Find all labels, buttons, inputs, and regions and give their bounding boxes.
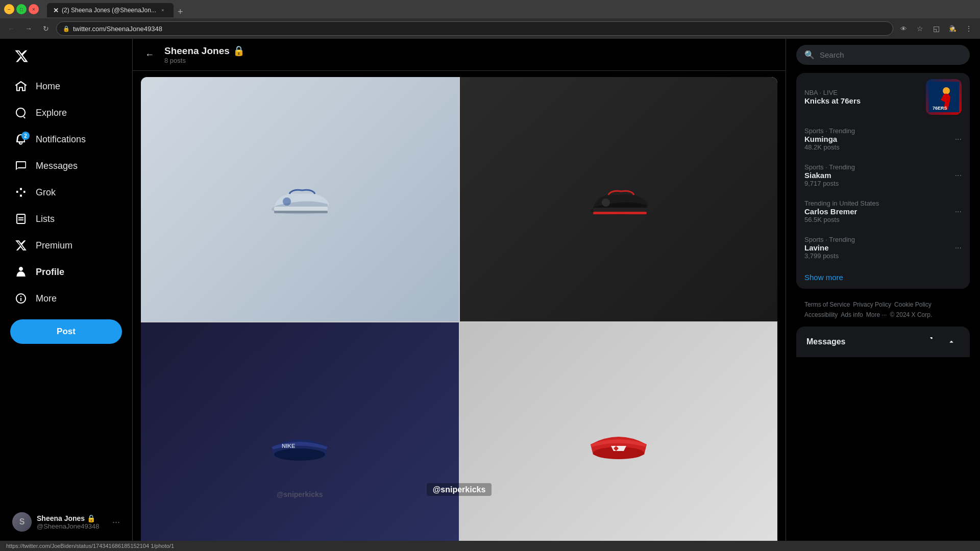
sidebar-item-lists[interactable]: Lists xyxy=(6,206,126,232)
trending-carlos[interactable]: Trending in United States Carlos Bremer … xyxy=(796,193,970,230)
sidebar-item-explore[interactable]: Explore xyxy=(6,100,126,126)
active-tab[interactable]: ✕ (2) Sheena Jones (@SheenaJon... × xyxy=(47,3,174,17)
collapse-messages-icon[interactable] xyxy=(943,334,960,350)
kuminga-title: Kuminga xyxy=(804,135,950,143)
trending-kuminga[interactable]: Sports · Trending Kuminga 48.2K posts ··… xyxy=(796,121,970,157)
header-lock-icon: 🔒 xyxy=(233,45,245,57)
maximize-button[interactable]: □ xyxy=(16,4,27,14)
lavine-title: Lavine xyxy=(804,243,950,252)
home-label: Home xyxy=(36,81,60,92)
live-item[interactable]: NBA · LIVE Knicks at 76ers 76ERS xyxy=(796,73,970,121)
premium-label: Premium xyxy=(36,240,72,251)
basketball-player-icon: 76ERS xyxy=(928,82,959,112)
sidebar-item-grok[interactable]: Grok xyxy=(6,180,126,205)
watermark-left: @sniperkicks xyxy=(277,490,323,498)
lavine-sub: 3,799 posts xyxy=(804,252,950,260)
back-button[interactable]: ← xyxy=(4,21,18,36)
kuminga-more-icon[interactable]: ··· xyxy=(955,135,962,144)
messages-icon xyxy=(14,159,28,172)
carlos-more-icon[interactable]: ··· xyxy=(955,207,962,216)
search-box[interactable]: 🔍 xyxy=(796,45,970,65)
sidebar-item-notifications[interactable]: 2 Notifications xyxy=(6,127,126,152)
trending-widget: NBA · LIVE Knicks at 76ers 76ERS xyxy=(796,73,970,289)
lavine-meta: Sports · Trending xyxy=(804,236,950,243)
tab-title: (2) Sheena Jones (@SheenaJon... xyxy=(62,7,156,14)
blue-sneaker-icon xyxy=(264,176,335,222)
feed-title: Sheena Jones 🔒 xyxy=(164,45,777,57)
home-icon xyxy=(14,80,28,93)
search-input[interactable] xyxy=(820,51,962,59)
notification-badge: 2 xyxy=(21,132,30,140)
sidebar-avatar: S xyxy=(12,512,32,532)
sidebar-item-messages[interactable]: Messages xyxy=(6,153,126,179)
x-logo-icon xyxy=(14,49,29,63)
app-container: Home Explore 2 Notifications Messages xyxy=(0,39,980,541)
accessibility-link[interactable]: Accessibility xyxy=(804,311,838,318)
svg-point-7 xyxy=(602,198,610,207)
sneaker-top-right xyxy=(460,77,778,321)
right-sidebar: 🔍 NBA · LIVE Knicks at 76ers 76ERS xyxy=(786,39,980,541)
siakam-meta: Sports · Trending xyxy=(804,163,950,171)
window-controls[interactable]: − □ × xyxy=(4,4,39,14)
nav-bar: ← → ↻ 🔒 twitter.com/SheenaJone49348 👁 ☆ … xyxy=(0,18,980,39)
eye-off-icon[interactable]: 👁 xyxy=(896,21,911,36)
trending-lavine[interactable]: Sports · Trending Lavine 3,799 posts ··· xyxy=(796,230,970,266)
sidebar-profile-name: Sheena Jones 🔒 xyxy=(37,514,107,522)
sidebar-item-more[interactable]: More xyxy=(6,286,126,311)
address-bar[interactable]: 🔒 twitter.com/SheenaJone49348 xyxy=(56,21,893,36)
carlos-info: Trending in United States Carlos Bremer … xyxy=(804,199,950,223)
forward-button[interactable]: → xyxy=(21,21,36,36)
svg-point-12 xyxy=(943,87,950,94)
more-footer-link[interactable]: More ··· xyxy=(866,311,887,318)
red-sole-icon xyxy=(583,421,654,467)
sidebar-profile[interactable]: S Sheena Jones 🔒 @SheenaJone49348 ··· xyxy=(6,507,126,537)
siakam-more-icon[interactable]: ··· xyxy=(955,171,962,180)
close-button[interactable]: × xyxy=(29,4,39,14)
sidebar: Home Explore 2 Notifications Messages xyxy=(0,39,133,541)
search-icon: 🔍 xyxy=(804,50,815,60)
star-icon[interactable]: ☆ xyxy=(913,21,927,36)
trending-siakam[interactable]: Sports · Trending Siakam 9,717 posts ··· xyxy=(796,157,970,193)
post-button[interactable]: Post xyxy=(10,319,122,344)
siakam-title: Siakam xyxy=(804,171,950,180)
reload-button[interactable]: ↻ xyxy=(39,21,53,36)
tab-close-icon[interactable]: × xyxy=(159,7,166,14)
show-more-button[interactable]: Show more xyxy=(796,266,970,289)
sidebar-toggle-icon[interactable]: ◱ xyxy=(929,21,943,36)
black-sneaker-icon xyxy=(583,176,654,222)
sidebar-profile-handle: @SheenaJone49348 xyxy=(37,522,107,530)
feed-header-info: Sheena Jones 🔒 8 posts xyxy=(164,45,777,64)
kuminga-sub: 48.2K posts xyxy=(804,143,950,151)
ads-link[interactable]: Ads info xyxy=(841,311,863,318)
profile-more-icon[interactable]: ··· xyxy=(112,517,120,528)
twitter-logo[interactable] xyxy=(6,43,126,71)
compose-message-icon[interactable] xyxy=(921,334,937,350)
messages-bar-title: Messages xyxy=(806,337,915,346)
menu-icon[interactable]: ⋮ xyxy=(962,21,976,36)
avatar-placeholder: S xyxy=(12,512,32,532)
svg-rect-1 xyxy=(274,207,328,211)
privacy-link[interactable]: Privacy Policy xyxy=(853,301,891,308)
sidebar-item-profile[interactable]: Profile xyxy=(6,259,126,285)
notifications-label: Notifications xyxy=(36,134,86,145)
sidebar-item-home[interactable]: Home xyxy=(6,73,126,99)
minimize-button[interactable]: − xyxy=(4,4,14,14)
new-tab-button[interactable]: + xyxy=(174,7,187,17)
tab-bar: ✕ (2) Sheena Jones (@SheenaJon... × + xyxy=(43,1,976,17)
address-url: twitter.com/SheenaJone49348 xyxy=(73,25,162,33)
cookie-link[interactable]: Cookie Policy xyxy=(894,301,932,308)
carlos-sub: 56.5K posts xyxy=(804,216,950,223)
terms-link[interactable]: Terms of Service xyxy=(804,301,850,308)
back-button[interactable]: ← xyxy=(141,46,158,63)
siakam-info: Sports · Trending Siakam 9,717 posts xyxy=(804,163,950,187)
messages-bar[interactable]: Messages xyxy=(796,327,970,357)
grok-icon xyxy=(14,186,28,199)
sidebar-item-premium[interactable]: Premium xyxy=(6,233,126,258)
nba-image-content: 76ERS xyxy=(926,79,962,115)
lavine-more-icon[interactable]: ··· xyxy=(955,243,962,253)
incognito-icon[interactable]: 🕵 xyxy=(945,21,960,36)
svg-point-8 xyxy=(274,448,325,461)
title-bar: − □ × ✕ (2) Sheena Jones (@SheenaJon... … xyxy=(0,0,980,18)
tweet-image[interactable]: NIKE @sniperkicks xyxy=(141,77,777,541)
sneaker-bottom-right xyxy=(460,322,778,541)
